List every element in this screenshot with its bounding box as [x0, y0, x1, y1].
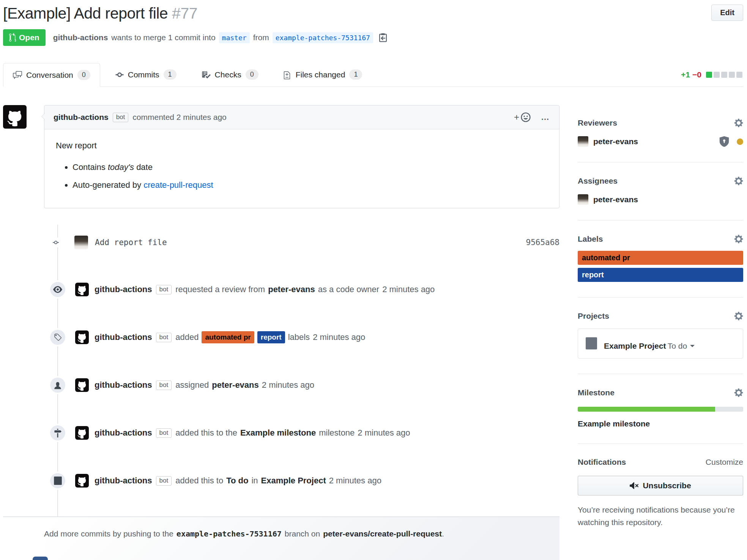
github-actions-avatar[interactable] [75, 283, 89, 296]
bot-badge: bot [156, 381, 172, 390]
sidebar-section-assignees: Assignees peter-evans [578, 176, 743, 220]
comment-bullet-list: Contains today's date Auto-generated by … [72, 161, 548, 191]
tab-checks[interactable]: Checks 0 [192, 63, 268, 87]
mute-icon [630, 481, 639, 490]
event-text: labels [288, 332, 310, 342]
github-actions-avatar[interactable] [75, 330, 89, 344]
label-automated-pr[interactable]: automated pr [202, 331, 254, 343]
event-timestamp[interactable]: 2 minutes ago [313, 332, 365, 342]
tab-conversation[interactable]: Conversation 0 [3, 63, 100, 87]
projects-gear-button[interactable] [734, 311, 743, 321]
event-actor[interactable]: github-actions [95, 476, 152, 486]
reviewers-title: Reviewers [578, 118, 617, 127]
edit-button[interactable]: Edit [711, 5, 743, 21]
bot-badge: bot [156, 476, 172, 486]
project-card: Example Project To do [578, 329, 743, 359]
github-actions-avatar[interactable] [75, 474, 89, 488]
diffstat-block [736, 72, 742, 78]
project-link[interactable]: Example Project [261, 476, 326, 486]
head-branch-chip[interactable]: example-patches-7531167 [273, 32, 373, 43]
plus-sign: + [514, 112, 519, 123]
tab-checks-count: 0 [246, 69, 258, 80]
event-actor[interactable]: github-actions [95, 428, 152, 438]
peter-evans-avatar[interactable] [74, 236, 88, 249]
event-actor[interactable]: github-actions [95, 332, 152, 342]
tab-commits[interactable]: Commits 1 [106, 63, 186, 87]
github-actions-avatar[interactable] [75, 378, 89, 392]
labels-title: Labels [578, 234, 603, 244]
file-diff-icon [284, 70, 292, 79]
octocat-icon [76, 331, 88, 343]
reviewer-row: peter-evans [578, 136, 743, 147]
project-column-link[interactable]: To do [226, 476, 248, 486]
cutoff-element [33, 557, 48, 560]
event-user-link[interactable]: peter-evans [212, 380, 259, 390]
timeline-event-labeled: github-actions bot added automated pr re… [3, 330, 559, 345]
milestone-progress-track [578, 407, 743, 412]
commit-message-link[interactable]: Add report file [95, 238, 167, 247]
copy-branch-button[interactable] [378, 32, 388, 43]
label-automated-pr[interactable]: automated pr [578, 251, 743, 265]
chevron-down-icon [690, 345, 695, 349]
create-pull-request-link[interactable]: create-pull-request [143, 180, 213, 190]
bot-badge: bot [156, 333, 172, 342]
github-actions-avatar[interactable] [3, 105, 27, 129]
label-report[interactable]: report [257, 331, 285, 343]
gear-icon [734, 118, 743, 128]
octocat-icon [76, 379, 88, 391]
commit-sha-link[interactable]: 9565a68 [526, 238, 559, 247]
base-branch-chip[interactable]: master [219, 32, 250, 43]
event-text: added [175, 332, 199, 342]
tab-files-changed[interactable]: Files changed 1 [274, 63, 372, 87]
pr-author-link[interactable]: github-actions [53, 33, 108, 42]
add-reaction-button[interactable]: + [514, 112, 531, 123]
gear-icon [734, 234, 743, 244]
tab-conversation-label: Conversation [26, 71, 73, 80]
timeline-commit: Add report file 9565a68 [3, 236, 559, 249]
event-timestamp[interactable]: 2 minutes ago [358, 428, 410, 438]
milestone-link[interactable]: Example milestone [578, 419, 743, 428]
sidebar-section-reviewers: Reviewers peter-evans [578, 118, 743, 162]
peter-evans-avatar[interactable] [578, 136, 588, 147]
sidebar-section-milestone: Milestone Example milestone [578, 388, 743, 444]
project-name-link[interactable]: Example Project [604, 341, 666, 350]
event-actor[interactable]: github-actions [95, 285, 152, 294]
event-text: in [251, 476, 258, 486]
peter-evans-avatar[interactable] [578, 194, 588, 205]
project-icon [586, 337, 597, 349]
project-column-value: To do [668, 341, 687, 351]
event-actor[interactable]: github-actions [95, 380, 152, 390]
pr-meta-row: Open github-actions wants to merge 1 com… [3, 29, 743, 46]
notifications-title: Notifications [578, 458, 626, 467]
kebab-menu-button[interactable]: … [541, 112, 550, 122]
pr-title-text: [Example] Add report file [3, 5, 168, 22]
diffstat-block [714, 72, 720, 78]
milestone-gear-button[interactable] [734, 388, 743, 398]
shield-icon [719, 136, 729, 147]
push-hint-repo: peter-evans/create-pull-request [323, 529, 442, 538]
event-timestamp[interactable]: 2 minutes ago [382, 285, 435, 294]
tab-checks-label: Checks [215, 70, 241, 79]
reviewers-gear-button[interactable] [734, 118, 743, 128]
assignees-gear-button[interactable] [734, 176, 743, 186]
reviewer-name[interactable]: peter-evans [593, 137, 638, 146]
page-title: [Example] Add report file #77 [3, 4, 197, 23]
unsubscribe-button[interactable]: Unsubscribe [578, 476, 743, 496]
assignee-name[interactable]: peter-evans [593, 195, 638, 204]
event-text: assigned [175, 380, 209, 390]
timeline-event-review-requested: github-actions bot requested a review fr… [3, 282, 559, 297]
label-report[interactable]: report [578, 268, 743, 282]
customize-link[interactable]: Customize [706, 458, 743, 467]
tag-icon [50, 330, 65, 345]
comment-body: New report Contains today's date Auto-ge… [44, 129, 559, 208]
event-timestamp[interactable]: 2 minutes ago [262, 380, 314, 390]
diffstat-block [729, 72, 735, 78]
comment-author-link[interactable]: github-actions [54, 113, 109, 122]
project-column-dropdown[interactable]: To do [668, 341, 695, 351]
github-actions-avatar[interactable] [75, 426, 89, 440]
milestone-link[interactable]: Example milestone [240, 428, 316, 438]
event-user-link[interactable]: peter-evans [268, 285, 315, 294]
labels-gear-button[interactable] [734, 234, 743, 244]
event-timestamp[interactable]: 2 minutes ago [329, 476, 381, 486]
tab-files-changed-label: Files changed [296, 70, 345, 79]
